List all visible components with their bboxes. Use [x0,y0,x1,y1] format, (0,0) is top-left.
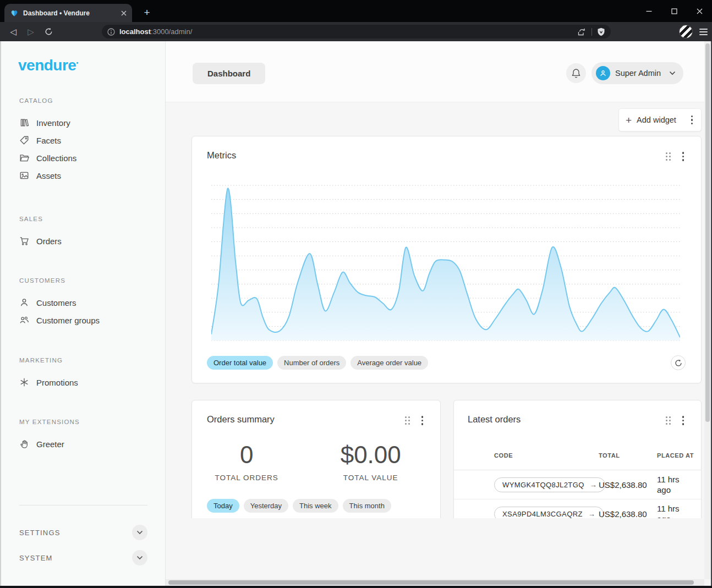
section-label: SETTINGS [19,529,61,537]
sidebar-item-orders[interactable]: Orders [19,232,156,250]
dashboard-content: + Add widget Metrics [166,102,704,518]
order-code: WYMGK4TQQ8JL2TGQ [502,481,584,489]
order-code-link[interactable]: XSA9PD4LM3CGAQRZ→ [494,507,604,519]
table-row: XSA9PD4LM3CGAQRZ→ US$2,638.80 11 hrs ago [454,499,702,519]
drag-handle[interactable] [666,416,671,425]
widget-menu-icon[interactable] [420,416,425,425]
filter-order-total-value[interactable]: Order total value [207,356,273,370]
sidebar-item-customer-groups[interactable]: Customer groups [19,311,156,329]
forward-button[interactable]: ▷ [22,27,40,37]
customers-icon [19,298,29,307]
notifications-button[interactable] [566,63,586,83]
sidebar-section-system[interactable]: SYSTEM [19,546,147,570]
promotions-icon [19,377,29,387]
order-code-link[interactable]: WYMGK4TQQ8JL2TGQ→ [494,477,605,492]
vertical-scrollbar[interactable] [704,41,711,579]
close-button[interactable] [687,0,712,22]
add-widget-button[interactable]: + Add widget [618,108,702,131]
nav-section-customers: CUSTOMERS Customers Customer gr [19,277,156,329]
drag-handle[interactable] [405,416,410,425]
window-frame [0,586,712,588]
address-bar[interactable]: localhost:3000/admin/ [102,25,611,39]
maximize-button[interactable] [661,0,687,22]
reload-button[interactable] [40,28,57,36]
drag-handle[interactable] [666,152,671,161]
back-button[interactable]: ◁ [4,27,22,37]
refresh-button[interactable] [671,355,686,370]
sidebar-item-promotions[interactable]: Promotions [19,373,156,391]
tab-close-icon[interactable] [121,10,127,16]
share-icon[interactable] [577,28,587,36]
sidebar: vendure• CATALOG Inventory Facets [1,41,166,586]
widget-menu-icon[interactable] [681,416,686,425]
site-info-icon[interactable] [107,28,115,36]
collections-icon [19,153,29,163]
customer-groups-icon [19,315,29,325]
nav-section-my-extensions: MY EXTENSIONS Greeter [19,419,156,453]
window-controls [636,0,712,22]
arrow-right-icon: → [590,481,597,489]
widget-actions [666,416,686,425]
nav-section-marketing: MARKETING Promotions [19,357,156,391]
vertical-scrollbar-thumb[interactable] [705,43,710,422]
section-label: SALES [19,216,156,222]
add-widget-label: Add widget [637,116,684,124]
sidebar-item-collections[interactable]: Collections [19,149,156,167]
admin-app: vendure• CATALOG Inventory Facets [0,41,712,586]
brave-shields-icon[interactable] [597,28,605,36]
url-path: :3000/admin/ [151,28,192,36]
user-icon [599,69,607,77]
sidebar-item-customers[interactable]: Customers [19,294,156,311]
profile-avatar[interactable] [679,25,693,39]
column-header-placed-at: PLACED AT [657,444,702,470]
filter-number-of-orders[interactable]: Number of orders [277,356,346,370]
metrics-widget: Metrics [191,136,702,383]
horizontal-scrollbar-thumb[interactable] [168,580,694,585]
filter-this-month[interactable]: This month [343,499,391,513]
vendure-logo: vendure• [18,57,78,74]
menu-icon[interactable] [699,29,708,35]
latest-orders-table: CODE TOTAL PLACED AT WYMGK4TQQ8JL2TGQ→ U… [454,444,702,518]
sidebar-item-inventory[interactable]: Inventory [19,114,156,131]
section-label: CUSTOMERS [19,277,156,284]
divider [19,505,147,505]
main-area: Dashboard Super Admin [166,41,704,586]
assets-icon [19,171,29,180]
section-label: MARKETING [19,357,156,364]
widget-title: Metrics [207,150,236,161]
sidebar-section-settings[interactable]: SETTINGS [19,520,147,545]
user-menu[interactable]: Super Admin [591,62,683,84]
widget-menu-icon[interactable] [681,152,686,161]
sidebar-item-label: Inventory [36,118,70,128]
section-label: CATALOG [19,97,156,104]
sidebar-item-label: Orders [36,237,62,246]
expand-system-button[interactable] [132,550,147,565]
sidebar-item-assets[interactable]: Assets [19,167,156,184]
stat-total-value: $0.00 TOTAL VALUE [301,441,440,482]
nav-section-catalog: CATALOG Inventory Facets [19,97,156,184]
refresh-icon [675,359,682,367]
stat-value: 0 [192,441,301,469]
browser-tab[interactable]: Dashboard • Vendure [4,4,132,22]
metrics-chart [211,182,680,344]
section-label: MY EXTENSIONS [19,419,156,425]
new-tab-button[interactable]: + [141,7,153,19]
sidebar-item-facets[interactable]: Facets [19,131,156,149]
filter-yesterday[interactable]: Yesterday [244,499,288,513]
filter-today[interactable]: Today [207,499,239,513]
filter-this-week[interactable]: This week [293,499,338,513]
horizontal-scrollbar[interactable] [166,579,704,586]
filter-average-order-value[interactable]: Average order value [350,356,428,370]
chevron-down-icon [669,71,676,75]
breadcrumb[interactable]: Dashboard [193,63,265,84]
minimize-button[interactable] [636,0,661,22]
order-code: XSA9PD4LM3CGAQRZ [502,510,583,518]
sidebar-item-greeter[interactable]: Greeter [19,435,156,453]
column-header-total: TOTAL [599,444,657,470]
arrow-right-icon: → [588,510,595,518]
expand-settings-button[interactable] [132,525,147,540]
add-widget-menu-icon[interactable] [689,116,695,125]
page-header: Dashboard Super Admin [166,41,704,102]
sidebar-item-label: Customers [36,298,76,307]
summary-stats: 0 TOTAL ORDERS $0.00 TOTAL VALUE [192,441,440,482]
